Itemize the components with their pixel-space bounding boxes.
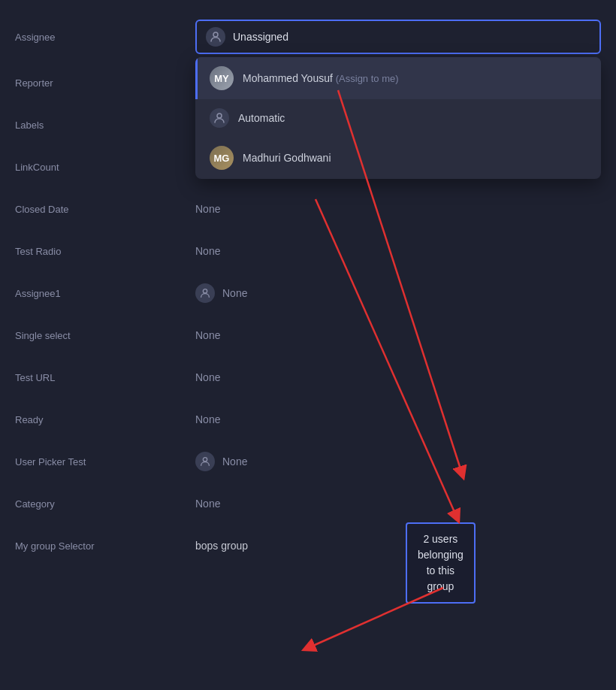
user-picker-value[interactable]: None (195, 452, 601, 471)
ready-label: Ready (15, 414, 195, 425)
assignee1-label: Assignee1 (15, 288, 195, 299)
closed-date-label: Closed Date (15, 204, 195, 215)
test-radio-label: Test Radio (15, 246, 195, 257)
closed-date-value[interactable]: None (195, 203, 601, 215)
closed-date-row: Closed Date None (0, 188, 616, 230)
avatar-mohammed: MY (210, 66, 234, 90)
user-picker-label: User Picker Test (15, 456, 195, 468)
ready-value[interactable]: None (195, 413, 601, 425)
test-radio-row: Test Radio None (0, 230, 616, 272)
category-label: Category (15, 498, 195, 510)
assignee-label: Assignee (15, 32, 195, 43)
form-container: Assignee Unassigned MY (0, 0, 616, 579)
single-select-row: Single select None (0, 314, 616, 356)
user-picker-row: User Picker Test None (0, 440, 616, 483)
avatar-madhuri: MG (210, 146, 234, 170)
test-url-row: Test URL None (0, 356, 616, 398)
user-picker-value-wrapper: None (195, 452, 601, 471)
dropdown-item-name-mohammed: Mohammed Yousuf (Assign to me) (243, 72, 399, 84)
dropdown-item-automatic[interactable]: Automatic (195, 99, 601, 137)
svg-point-0 (213, 32, 218, 37)
automatic-label: Automatic (238, 112, 285, 124)
assignee-input-wrapper[interactable]: Unassigned MY Mohammed Yousuf (Assign to… (195, 20, 601, 54)
test-radio-value[interactable]: None (195, 245, 601, 257)
dropdown-item-madhuri[interactable]: MG Madhuri Godhwani (195, 137, 601, 179)
reporter-label: Reporter (15, 77, 195, 89)
svg-point-2 (203, 289, 207, 293)
svg-point-3 (203, 458, 207, 462)
assignee1-text: None (222, 287, 247, 299)
user-picker-text: None (222, 455, 247, 468)
assignee1-icon (195, 283, 215, 303)
madhuri-label: Madhuri Godhwani (243, 152, 331, 164)
ready-row: Ready None (0, 398, 616, 440)
assignee-dropdown: MY Mohammed Yousuf (Assign to me) (195, 57, 601, 179)
single-select-value[interactable]: None (195, 329, 601, 341)
category-value[interactable]: None (195, 498, 601, 510)
automatic-icon (210, 108, 229, 128)
group-selector-row: My group Selector bops group (0, 525, 616, 567)
assignee1-value[interactable]: None (195, 283, 601, 303)
single-select-label: Single select (15, 330, 195, 341)
dropdown-item-mohammed[interactable]: MY Mohammed Yousuf (Assign to me) (195, 57, 601, 99)
labels-label: Labels (15, 120, 195, 131)
category-row: Category None (0, 483, 616, 525)
assignee-input[interactable]: Unassigned (195, 20, 601, 54)
svg-point-1 (217, 113, 222, 118)
assignee-value: Unassigned (233, 31, 288, 43)
user-icon (206, 27, 225, 47)
group-selector-value[interactable]: bops group (195, 540, 601, 552)
assignee-row: Assignee Unassigned MY (0, 12, 616, 62)
test-url-label: Test URL (15, 372, 195, 383)
svg-line-7 (308, 588, 443, 648)
assignee1-value-wrapper: None (195, 283, 601, 303)
linkcount-label: LinkCount (15, 162, 195, 173)
test-url-value[interactable]: None (195, 371, 601, 383)
assignee1-row: Assignee1 None (0, 272, 616, 314)
user-picker-icon (195, 452, 215, 471)
group-selector-label: My group Selector (15, 540, 195, 552)
